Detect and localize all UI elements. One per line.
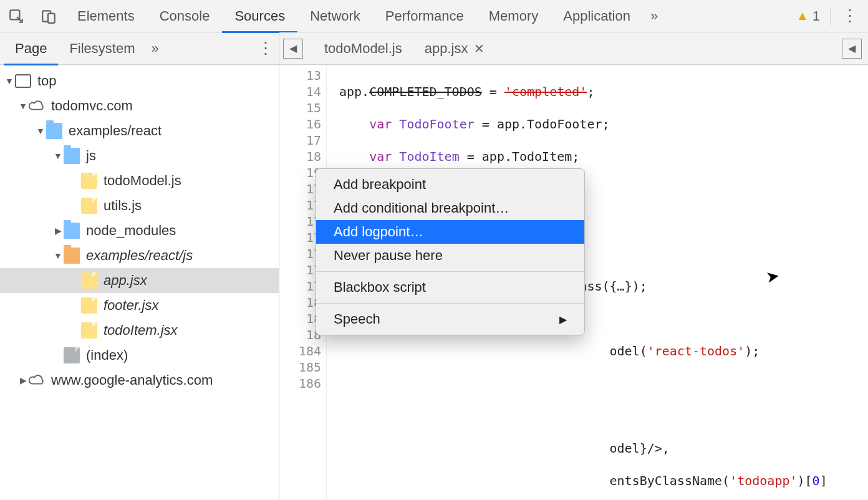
tabs-overflow[interactable]: » xyxy=(643,8,665,24)
warnings-badge[interactable]: ▲ 1 xyxy=(796,8,820,24)
twisty-icon: ▶ xyxy=(52,226,64,236)
ctx-never-pause-here[interactable]: Never pause here xyxy=(316,244,584,267)
file-icon xyxy=(81,322,97,339)
twisty-icon: ▼ xyxy=(35,126,46,136)
tree-label: examples/react/js xyxy=(86,248,193,264)
tab-console[interactable]: Console xyxy=(147,0,223,32)
twisty-icon: ▼ xyxy=(17,101,29,111)
open-file-label: todoModel.js xyxy=(324,41,402,57)
folder-icon xyxy=(64,248,80,264)
tree-label: utils.js xyxy=(104,198,142,214)
tree-label: todoModel.js xyxy=(104,173,181,189)
open-file-todomodel[interactable]: todoModel.js xyxy=(313,32,413,65)
tree-label: examples/react xyxy=(69,123,162,139)
tree-label: www.google-analytics.com xyxy=(51,372,213,388)
inspect-element-icon[interactable] xyxy=(0,0,32,32)
warning-icon: ▲ xyxy=(796,9,809,23)
ctx-add-breakpoint[interactable]: Add breakpoint xyxy=(316,173,584,196)
device-toggle-icon[interactable] xyxy=(32,0,65,32)
folder-icon xyxy=(46,123,62,139)
tree-folder-js[interactable]: ▼ js xyxy=(0,143,279,168)
tree-label: todoItem.jsx xyxy=(104,322,178,339)
frame-icon xyxy=(15,74,31,88)
folder-icon xyxy=(64,223,80,239)
twisty-icon: ▶ xyxy=(17,375,29,385)
ctx-add-conditional-breakpoint[interactable]: Add conditional breakpoint… xyxy=(316,196,584,220)
tree-label: todomvc.com xyxy=(51,98,133,114)
devtools-toolbar: Elements Console Sources Network Perform… xyxy=(0,0,868,32)
submenu-arrow-icon: ▶ xyxy=(559,314,567,325)
svg-rect-2 xyxy=(48,13,55,22)
twisty-icon: ▼ xyxy=(52,151,64,161)
context-menu-separator xyxy=(316,271,584,272)
open-file-label: app.jsx xyxy=(425,41,468,57)
tree-file-app[interactable]: app.jsx xyxy=(0,268,279,293)
document-icon xyxy=(64,347,80,363)
sidebar-more-icon[interactable]: ⋮ xyxy=(256,39,275,58)
sources-sidebar: Page Filesystem » ⋮ ▼ top ▼ todomvc.com … xyxy=(0,32,279,500)
warning-count: 1 xyxy=(813,8,820,24)
sidebar-tab-page[interactable]: Page xyxy=(4,32,58,65)
tree-label: node_modules xyxy=(86,223,176,239)
tab-sources[interactable]: Sources xyxy=(222,0,297,32)
tree-domain-todomvc[interactable]: ▼ todomvc.com xyxy=(0,94,279,118)
twisty-icon: ▼ xyxy=(52,251,64,261)
toggle-debugger-pane-button[interactable]: ◀ xyxy=(842,39,862,59)
file-icon xyxy=(81,198,97,214)
tree-folder-examples-js[interactable]: ▼ examples/react/js xyxy=(0,243,279,268)
ctx-blackbox-script[interactable]: Blackbox script xyxy=(316,276,584,299)
tree-domain-ga[interactable]: ▶ www.google-analytics.com xyxy=(0,368,279,393)
tree-file-todoitem[interactable]: todoItem.jsx xyxy=(0,318,279,343)
tree-label: footer.jsx xyxy=(104,297,158,314)
folder-icon xyxy=(64,148,80,164)
tree-file-index[interactable]: (index) xyxy=(0,343,279,368)
nav-back-button[interactable]: ◀ xyxy=(283,39,303,59)
tree-label: js xyxy=(86,148,96,164)
tab-performance[interactable]: Performance xyxy=(373,0,476,32)
sidebar-tabs: Page Filesystem » ⋮ xyxy=(0,32,279,65)
sidebar-tabs-overflow[interactable]: » xyxy=(147,41,164,57)
more-menu-icon[interactable]: ⋮ xyxy=(841,6,859,26)
tab-memory[interactable]: Memory xyxy=(476,0,551,32)
open-file-app[interactable]: app.jsx ✕ xyxy=(413,32,496,65)
file-icon xyxy=(81,173,97,189)
cloud-icon xyxy=(29,372,45,388)
editor-tabs-bar: ◀ todoModel.js app.jsx ✕ ◀ xyxy=(279,32,868,65)
gutter-context-menu: Add breakpoint Add conditional breakpoin… xyxy=(316,168,585,335)
separator xyxy=(830,7,831,26)
cloud-icon xyxy=(29,98,45,114)
tree-label: top xyxy=(37,73,57,89)
tree-folder-examples[interactable]: ▼ examples/react xyxy=(0,118,279,143)
tree-label: app.jsx xyxy=(104,272,147,289)
sidebar-tab-filesystem[interactable]: Filesystem xyxy=(58,32,146,65)
close-icon[interactable]: ✕ xyxy=(474,41,485,56)
tab-elements[interactable]: Elements xyxy=(65,0,147,32)
tree-file-utils[interactable]: utils.js xyxy=(0,193,279,218)
file-icon xyxy=(81,297,97,314)
context-menu-separator xyxy=(316,303,584,304)
tree-file-todomodel[interactable]: todoModel.js xyxy=(0,168,279,193)
tree-file-footer[interactable]: footer.jsx xyxy=(0,293,279,318)
ctx-add-logpoint[interactable]: Add logpoint… xyxy=(316,220,584,244)
tree-folder-nodemodules[interactable]: ▶ node_modules xyxy=(0,218,279,243)
tree-label: (index) xyxy=(86,347,128,363)
tab-network[interactable]: Network xyxy=(297,0,373,32)
tab-application[interactable]: Application xyxy=(551,0,643,32)
tree-top[interactable]: ▼ top xyxy=(0,69,279,94)
ctx-speech[interactable]: Speech ▶ xyxy=(316,307,584,331)
file-icon xyxy=(81,272,97,289)
twisty-icon: ▼ xyxy=(4,76,15,86)
file-tree: ▼ top ▼ todomvc.com ▼ examples/react ▼ j… xyxy=(0,65,279,500)
